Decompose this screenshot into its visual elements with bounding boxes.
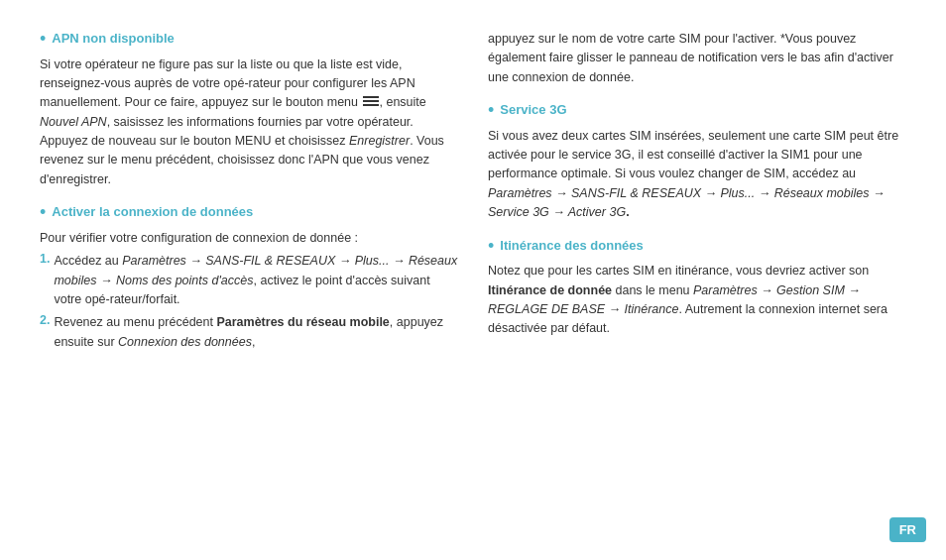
step-2-number: 2. (40, 313, 50, 352)
heading-apn: APN non disponible (52, 30, 175, 48)
bullet-dot-3g: • (488, 100, 494, 122)
bullet-heading-itinerance: • Itinérance des données (488, 237, 906, 258)
step1-italic: Paramètres → SANS-FIL & RESEAUX → Plus..… (54, 254, 457, 286)
step-1-number: 1. (40, 252, 50, 309)
body-connexion-intro: Pour vérifier votre configuration de con… (40, 229, 458, 248)
itinerance-bold: Itinérance de donnée (488, 283, 612, 297)
bullet-heading-connexion: • Activer la connexion de données (40, 203, 458, 224)
step2-italic: Connexion des données (118, 335, 252, 349)
body-3g-bold-dot: . (626, 205, 629, 219)
section-apn: • APN non disponible Si votre opérateur … (40, 30, 458, 189)
body-3g-italic: Paramètres → SANS-FIL & RESEAUX → Plus..… (488, 186, 885, 219)
body-itinerance: Notez que pour les cartes SIM en itinéra… (488, 262, 906, 339)
step-1-text: Accédez au Paramètres → SANS-FIL & RESEA… (54, 252, 458, 309)
step-1: 1. Accédez au Paramètres → SANS-FIL & RE… (40, 252, 458, 309)
page-container: • APN non disponible Si votre opérateur … (0, 0, 946, 560)
body-apn: Si votre opérateur ne figure pas sur la … (40, 56, 458, 190)
bullet-dot-connexion: • (40, 202, 46, 224)
step-2: 2. Revenez au menu précédent Paramètres … (40, 313, 458, 352)
section-connexion: • Activer la connexion de données Pour v… (40, 203, 458, 352)
bullet-heading-apn: • APN non disponible (40, 30, 458, 51)
heading-connexion: Activer la connexion de données (52, 203, 253, 221)
bullet-dot-apn: • (40, 29, 46, 51)
section-itinerance: • Itinérance des données Notez que pour … (488, 237, 906, 339)
bullet-dot-itinerance: • (488, 236, 494, 258)
left-column: • APN non disponible Si votre opérateur … (40, 30, 458, 530)
heading-3g: Service 3G (500, 101, 566, 119)
heading-itinerance: Itinérance des données (500, 237, 644, 255)
step2-bold: Paramètres du réseau mobile (216, 315, 389, 329)
fr-badge: FR (889, 517, 926, 542)
right-intro-text: appuyez sur le nom de votre carte SIM po… (488, 30, 906, 87)
nouvel-apn-text: Nouvel APN (40, 115, 107, 129)
body-3g: Si vous avez deux cartes SIM insérées, s… (488, 127, 906, 223)
bullet-heading-3g: • Service 3G (488, 101, 906, 122)
right-column: appuyez sur le nom de votre carte SIM po… (488, 30, 906, 530)
enregistrer-text: Enregistrer (349, 134, 410, 148)
step-2-text: Revenez au menu précédent Paramètres du … (54, 313, 458, 352)
menu-icon (363, 96, 379, 108)
section-3g: • Service 3G Si vous avez deux cartes SI… (488, 101, 906, 222)
